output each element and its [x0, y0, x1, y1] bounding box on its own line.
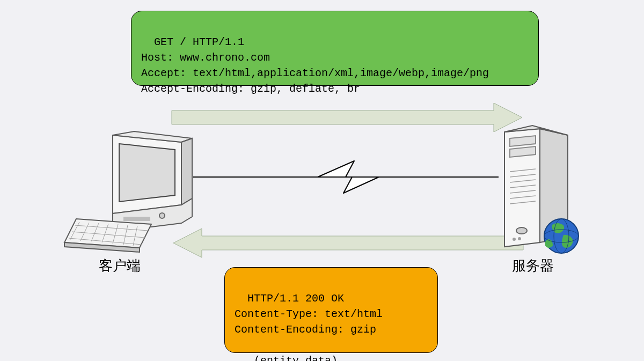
http-response-box: HTTP/1.1 200 OK Content-Type: text/html …: [224, 267, 438, 353]
request-arrow-icon: [172, 103, 522, 132]
response-arrow-icon: [173, 229, 523, 257]
svg-line-17: [510, 169, 536, 172]
svg-line-18: [510, 174, 536, 177]
svg-marker-0: [172, 103, 522, 132]
svg-point-26: [518, 237, 521, 240]
svg-line-20: [510, 185, 536, 188]
svg-line-21: [510, 190, 536, 193]
svg-line-8: [80, 223, 89, 241]
svg-rect-5: [123, 217, 150, 221]
svg-point-24: [516, 227, 527, 234]
globe-icon: [544, 219, 579, 253]
server-tower-icon: [504, 126, 568, 247]
svg-point-25: [513, 238, 516, 241]
network-link-icon: [193, 161, 499, 193]
svg-point-27: [544, 219, 579, 253]
svg-line-22: [510, 196, 536, 198]
svg-point-28: [544, 230, 579, 242]
svg-line-9: [91, 223, 99, 241]
client-computer-icon: [64, 131, 192, 252]
client-label: 客户端: [99, 256, 141, 275]
svg-line-14: [75, 225, 148, 231]
http-request-text: GET / HTTP/1.1 Host: www.chrono.com Acce…: [141, 36, 489, 95]
svg-point-6: [159, 213, 165, 218]
svg-marker-1: [173, 229, 523, 257]
svg-line-7: [70, 222, 79, 240]
svg-line-23: [510, 201, 536, 204]
svg-marker-4: [318, 161, 379, 193]
http-request-box: GET / HTTP/1.1 Host: www.chrono.com Acce…: [131, 11, 539, 86]
svg-line-11: [113, 224, 118, 244]
svg-line-10: [102, 224, 108, 242]
server-label: 服务器: [512, 256, 554, 275]
http-response-text: HTTP/1.1 200 OK Content-Type: text/html …: [235, 292, 383, 361]
svg-line-15: [72, 232, 145, 238]
svg-line-19: [510, 180, 536, 182]
svg-line-12: [123, 225, 128, 245]
svg-line-13: [133, 226, 137, 246]
svg-point-29: [554, 219, 569, 253]
svg-line-16: [69, 238, 142, 245]
